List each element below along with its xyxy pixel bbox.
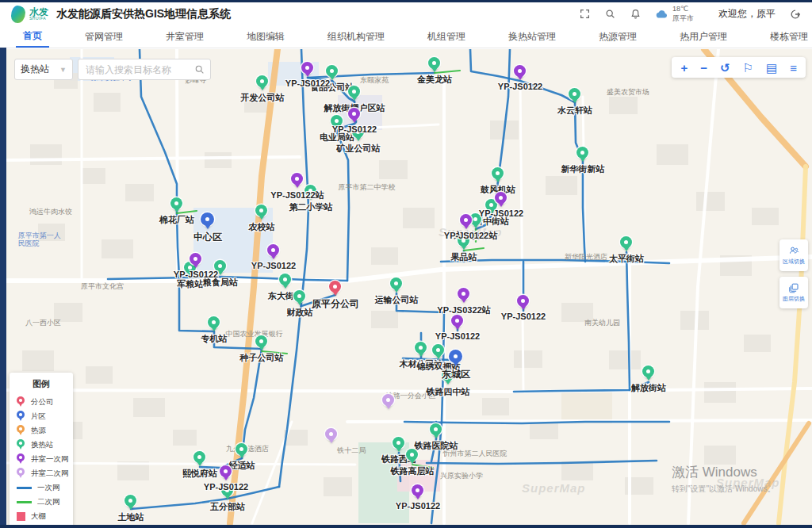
- search-input-icon[interactable]: [194, 64, 205, 75]
- legend-item: 二次网: [17, 495, 66, 509]
- marker-label: 原平分公司: [312, 297, 359, 311]
- map-place-label: 原平市第二中学校: [339, 182, 396, 193]
- side-tools: 区域切换图层切换: [779, 239, 808, 308]
- weather-widget: 18℃ 原平市: [655, 5, 694, 23]
- zoom-out-button[interactable]: −: [700, 62, 707, 74]
- tab-3[interactable]: 井室管理: [159, 25, 211, 48]
- legend-item: 片区: [17, 409, 66, 423]
- marker-label: YP-JS0122: [332, 124, 377, 134]
- tab-4[interactable]: 地图编辑: [239, 25, 292, 48]
- fullscreen-icon[interactable]: [579, 8, 591, 20]
- pin-tail: [385, 404, 392, 412]
- marker-label: 果品站: [451, 251, 477, 263]
- marker-label: 农校站: [249, 221, 275, 233]
- search-input[interactable]: [84, 63, 194, 76]
- legend-items: 分公司片区热源换热站井室一次网井室二次网一次网二次网大棚: [17, 395, 66, 523]
- marker-label: 金美龙站: [417, 74, 452, 86]
- map-canvas[interactable]: 换热站 ▼ +−↺⚐▤≡ 区域切换图层切换 图例 分公司片区热源换热站井室一次网…: [6, 49, 812, 525]
- legend-item-label: 一次网: [37, 483, 60, 493]
- marker-label: 熙悦府站: [182, 468, 217, 480]
- marker-label: 运输公司站: [375, 294, 419, 306]
- search-icon[interactable]: [604, 8, 616, 20]
- marker-label: 五分部站: [210, 501, 245, 513]
- legend-pin-icon: [17, 425, 25, 436]
- measure-button[interactable]: ⚐: [743, 62, 753, 74]
- marker-label: 第二小学站: [289, 201, 333, 213]
- marker-label: YP-JS0122: [444, 231, 488, 240]
- marker-label: 开发公司站: [241, 92, 285, 104]
- search-category-value: 换热站: [21, 63, 49, 76]
- map-place-label: 南关幼儿园: [584, 318, 620, 328]
- legend-item: 热源: [17, 423, 66, 438]
- tab-7[interactable]: 换热站管理: [501, 25, 563, 48]
- tab-2[interactable]: 管网管理: [78, 25, 130, 48]
- chevron-down-icon: ▼: [59, 66, 67, 74]
- tab-10[interactable]: 楼栋管理: [763, 25, 812, 48]
- legend-item: 井室一次网: [17, 452, 66, 466]
- app-header: 水发 SHUIFA 水发能源盾安供热GIS地理信息系统 18℃ 原平市 欢迎您，…: [0, 2, 812, 25]
- tab-6[interactable]: 机组管理: [420, 25, 473, 48]
- marker-label: 棉花厂站: [159, 214, 194, 226]
- bell-icon[interactable]: [630, 8, 642, 20]
- tab-9[interactable]: 热用户管理: [672, 25, 734, 48]
- marker-label: YP-JS0122: [501, 312, 546, 321]
- legend-item-label: 井室二次网: [31, 469, 69, 479]
- map-place-label: 中国农业发展银行: [226, 329, 283, 339]
- tab-5[interactable]: 组织机构管理: [320, 25, 392, 48]
- search-category-select[interactable]: 换热站 ▼: [14, 59, 73, 80]
- search-input-wrap: [78, 59, 211, 80]
- marker-label: 太平街站: [609, 253, 644, 265]
- welcome-text: 欢迎您，原平: [718, 7, 776, 21]
- window-frame-top: [0, 0, 812, 2]
- region-switch-label: 区域切换: [783, 258, 805, 266]
- legend-item-label: 井室一次网: [31, 454, 69, 465]
- legend-title: 图例: [17, 378, 66, 390]
- legend-item-label: 热源: [31, 426, 46, 436]
- region-switch-button[interactable]: 区域切换: [779, 239, 808, 271]
- marker-label: 铁路四中站: [427, 386, 470, 398]
- marker-label: YP-JS0122: [285, 78, 330, 88]
- logout-icon[interactable]: [789, 8, 801, 20]
- zoom-in-button[interactable]: +: [680, 62, 688, 74]
- header-actions: 18℃ 原平市 欢迎您，原平: [579, 5, 801, 23]
- map-search-control: 换热站 ▼: [14, 59, 211, 80]
- tab-8[interactable]: 热源管理: [592, 25, 644, 48]
- marker-label: 经适站: [229, 460, 255, 472]
- marker-label: YP-JS0322站: [437, 304, 490, 316]
- map-place-label: 八一西小区: [25, 318, 61, 328]
- legend-item: 一次网: [17, 480, 66, 495]
- window-frame-left: [0, 48, 6, 528]
- legend-item-label: 二次网: [37, 497, 60, 507]
- marker-label: YP-JS0122: [479, 209, 523, 218]
- legend-line-icon: [17, 487, 32, 489]
- map-place-label: 新华阳光酒店: [565, 252, 607, 262]
- marker-label: YP-JS0122: [174, 270, 218, 279]
- marker-label: 军粮站: [178, 278, 204, 290]
- marker-label: 铁路高层站: [391, 465, 435, 477]
- layer-switch-button[interactable]: 图层切换: [779, 277, 808, 308]
- page-title: 水发能源盾安供热GIS地理信息系统: [56, 7, 231, 21]
- map-place-label: 原平市第一人民医院: [18, 231, 64, 248]
- pin-tail: [328, 438, 335, 446]
- reset-view-button[interactable]: ↺: [720, 62, 730, 74]
- legend-item: 大棚: [17, 509, 66, 523]
- window-frame-bottom: [0, 525, 812, 528]
- map-place-label: 东颐家苑: [360, 75, 389, 86]
- legend-item-label: 大棚: [31, 511, 46, 522]
- legend-pin-icon: [17, 468, 25, 479]
- windows-activation-watermark: 激活 Windows 转到"设置"以激活 Windows。: [672, 463, 775, 495]
- legend-list-button[interactable]: ≡: [790, 62, 797, 74]
- gis-app: 水发 SHUIFA 水发能源盾安供热GIS地理信息系统 18℃ 原平市 欢迎您，…: [0, 0, 812, 528]
- marker-label: YP-JS0122: [498, 82, 542, 91]
- marker-label: YP-JS0122: [396, 501, 440, 511]
- nav-tabs: 首页管网管理井室管理地图编辑组织机构管理机组管理换热站管理热源管理热用户管理楼栋…: [0, 25, 812, 48]
- marker-label: YP-JS0122: [251, 261, 296, 270]
- watermark-line2: 转到"设置"以激活 Windows。: [672, 484, 775, 495]
- marker-label: YP-JS0122站: [270, 189, 324, 201]
- marker-label: 东城区: [442, 368, 470, 381]
- layers-button[interactable]: ▤: [766, 62, 777, 74]
- marker-label: 新华街新站: [561, 163, 605, 175]
- marker-label: 矿业公司站: [337, 143, 381, 155]
- legend-pin-icon: [17, 439, 25, 450]
- tab-1[interactable]: 首页: [16, 25, 49, 48]
